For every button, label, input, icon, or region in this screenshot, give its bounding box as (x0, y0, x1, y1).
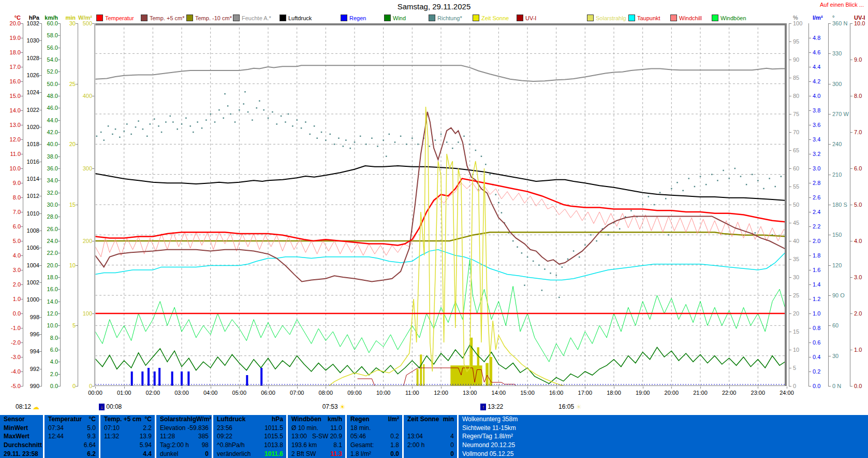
table-column-temp-5-cm: Temp. +5 cm°C07:102.211:3213.95.944.4 (100, 415, 155, 458)
wind-direction-dot (214, 121, 216, 123)
x-axis-label: 00:00 (88, 390, 102, 396)
wind-direction-dot (406, 144, 407, 145)
axis-tick-km/h: 34.0 (47, 177, 58, 183)
wind-direction-dot (158, 125, 159, 127)
rain-bar (148, 368, 150, 386)
axis-tick-W/m²: 500 (83, 20, 92, 26)
axis-tick-%: 95 (793, 38, 799, 45)
wind-direction-dot (642, 204, 643, 206)
axis-tick-km/h: 4.0 (50, 359, 58, 365)
axis-tick-%: 55 (793, 183, 799, 190)
wind-direction-dot (165, 121, 167, 123)
wind-direction-dot (394, 141, 396, 143)
weather-day-graph-screen: Samstag, 29.11.2025 Auf einen Blick ... … (0, 0, 868, 458)
wind-direction-dot (276, 123, 278, 125)
table-row-label: Sensor (0, 415, 43, 424)
event-marker-1322: ↑13:22 (480, 403, 503, 410)
table-cell: 2 Bft SW11.3 (288, 449, 345, 458)
axis-tick-%: 70 (793, 129, 799, 135)
table-row-label: Durchschnitt (0, 441, 43, 450)
wind-direction-dot (230, 113, 231, 115)
table-cell: veränderlich1011.6 (213, 449, 286, 458)
axis-tick-l/m²: 3.2 (813, 151, 820, 157)
table-column-zeit-sonne: Zeit Sonnemin13:0442:00 h00 (404, 415, 457, 458)
x-axis-label: 07:00 (290, 390, 304, 396)
wind-direction-dot (596, 240, 597, 242)
wind-direction-dot (558, 297, 560, 298)
axis-tick-hPa: 1022 (27, 107, 39, 113)
wind-direction-dot (325, 139, 327, 141)
axis-tick-hPa: 1014 (27, 176, 39, 182)
axis-tick-l/m²: 3.8 (813, 107, 820, 113)
wind-direction-dot (146, 136, 148, 137)
event-time: 07:53 (322, 403, 338, 410)
wind-direction-dot (329, 134, 331, 135)
wind-direction-dot (757, 180, 759, 181)
axis-tick-UV-I: 8.0 (854, 93, 862, 99)
wind-direction-dot (259, 101, 260, 102)
axis-tick-%: 30 (793, 274, 799, 280)
axis-tick-hPa: 994 (30, 348, 39, 354)
wind-direction-dot (119, 137, 121, 138)
axis-tick-km/h: 36.0 (47, 165, 58, 171)
axis-tick-min: 30 (69, 20, 76, 26)
axis-tick-W/m²: 400 (83, 93, 92, 99)
wind-direction-dot (489, 174, 491, 175)
wind-direction-dot (386, 155, 387, 157)
wind-direction-dot (181, 123, 183, 125)
axis-tick-km/h: 16.0 (47, 286, 58, 292)
axis-tick-°C: 19.0 (10, 35, 21, 41)
axis-tick-%: 5 (793, 365, 796, 371)
axis-tick-km/h: 18.0 (47, 274, 58, 280)
x-axis-label: 16:00 (549, 390, 564, 396)
axis-tick-hPa: 1016 (27, 159, 39, 165)
axis-tick-hPa: 1008 (27, 227, 39, 234)
table-cell: Elevation-59.836 (156, 424, 212, 433)
rain-bar (187, 371, 189, 386)
wind-direction-dot (170, 116, 171, 117)
wind-direction-dot (400, 136, 402, 137)
axis-tick-W/m²: 100 (83, 310, 92, 317)
axis-tick-°C: 13.0 (10, 122, 21, 128)
wind-direction-dot (176, 128, 178, 130)
wind-direction-dot (705, 184, 707, 185)
axis-tick-km/h: 2.0 (50, 371, 58, 377)
table-row-labels-column: SensorMinWertMaxWertDurchschnitt29.11. 2… (0, 415, 43, 458)
axis-tick-l/m²: 3.6 (813, 122, 820, 128)
table-cell: 6.2 (45, 449, 99, 458)
table-cell: 07:102.2 (100, 424, 155, 433)
wind-direction-dot (740, 176, 742, 177)
axis-tick-°C: 4.0 (13, 252, 21, 259)
table-info-cell: Vollmond 05.12.25 (459, 449, 868, 458)
axis-tick-l/m²: 1.4 (813, 281, 820, 288)
axis-tick-l/m²: 2.4 (813, 209, 820, 215)
table-column-header: Zeit Sonnemin (404, 415, 457, 424)
wind-direction-dot (469, 144, 470, 145)
x-axis-label: 15:00 (520, 390, 535, 396)
wind-direction-dot (205, 119, 207, 121)
wind-direction-dot (619, 228, 621, 230)
wind-direction-dot (321, 132, 322, 133)
x-axis-label: 02:00 (146, 390, 160, 396)
wind-direction-dot (527, 256, 528, 258)
axis-tick-km/h: 30.0 (47, 202, 58, 208)
table-info-cell: Regen/Tag 1.8l/m² (459, 432, 868, 441)
event-marker-0008: ↓00:08 (99, 403, 122, 410)
axis-tick-°C: 9.0 (13, 180, 21, 186)
x-axis-label: 20:00 (665, 390, 679, 396)
table-row-label: MinWert (0, 424, 43, 433)
axis-tick-min: 20 (69, 141, 76, 147)
wind-direction-dot (314, 125, 315, 127)
event-time: 13:22 (488, 403, 503, 410)
axis-tick-%: 60 (793, 165, 799, 171)
x-axis-label: 08:00 (319, 390, 333, 396)
wind-direction-dot (440, 134, 442, 135)
x-axis-label: 10:00 (376, 390, 391, 396)
event-time: 16:05 (558, 403, 574, 410)
axis-tick-°: 150 (832, 232, 842, 238)
wind-direction-dot (123, 131, 125, 132)
axis-tick-°C: 0.0 (13, 310, 21, 317)
axis-tick-l/m²: 2.0 (813, 238, 820, 244)
wind-direction-dot (345, 139, 347, 141)
axis-tick-l/m²: 2.8 (813, 180, 820, 186)
